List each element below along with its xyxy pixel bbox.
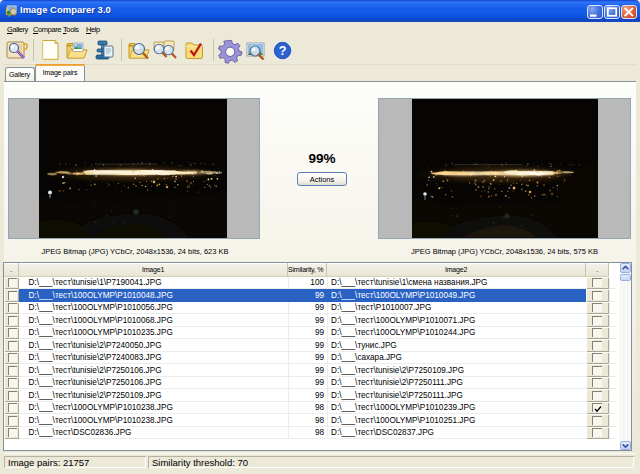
svg-text:?: ?	[279, 44, 287, 58]
